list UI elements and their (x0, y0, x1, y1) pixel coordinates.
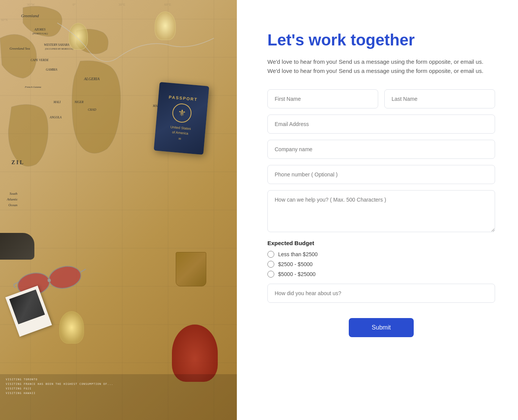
page-description: We'd love to hear from you! Send us a me… (267, 57, 489, 76)
svg-text:ALGERIA: ALGERIA (84, 77, 100, 81)
passport-seal-icon: ⚜ (172, 103, 192, 123)
first-name-input[interactable] (267, 89, 378, 108)
svg-text:South: South (10, 192, 18, 195)
budget-option-3[interactable]: $5000 - $25000 (267, 271, 495, 278)
last-name-input[interactable] (384, 89, 495, 108)
svg-text:GAMBIA: GAMBIA (46, 68, 57, 71)
email-row (267, 115, 495, 134)
how-hear-row (267, 284, 495, 303)
name-row (267, 89, 495, 108)
wine-glass-decoration (172, 325, 218, 382)
svg-text:WESTERN SAHARA: WESTERN SAHARA (44, 43, 70, 47)
submit-row: Submit (267, 318, 495, 337)
company-row (267, 140, 495, 159)
lightbulb-decoration-3 (59, 311, 84, 344)
phone-row (267, 165, 495, 184)
how-hear-input[interactable] (267, 284, 495, 303)
last-name-field (384, 89, 495, 108)
left-panel: 30°W 0° 30°E 60°E 60°N Greenland Greenla… (0, 0, 237, 420)
svg-point-41 (47, 263, 83, 291)
right-panel: Let's work together We'd love to hear fr… (237, 0, 518, 420)
lightbulb-decoration-1 (69, 23, 88, 50)
shoe-decoration (0, 233, 34, 260)
svg-text:ANGOLA: ANGOLA (49, 116, 62, 119)
filmstrip-area: VISITING TORONTO VISITING FRANCE HAS BEE… (0, 374, 237, 420)
svg-text:French Guiana: French Guiana (24, 86, 41, 89)
budget-radio-group: Less than $2500 $2500 - $5000 $5000 - $2… (267, 251, 495, 278)
svg-text:NIGER: NIGER (74, 100, 84, 104)
svg-text:MALI: MALI (53, 100, 61, 104)
svg-text:Z I L: Z I L (11, 160, 23, 165)
message-row (267, 190, 495, 234)
budget-section: Expected Budget Less than $2500 $2500 - … (267, 240, 495, 278)
submit-button[interactable]: Submit (349, 318, 414, 337)
budget-title: Expected Budget (267, 240, 495, 246)
svg-line-43 (80, 269, 86, 272)
budget-label-3: $5000 - $25000 (278, 271, 316, 277)
svg-text:CHAD: CHAD (88, 108, 96, 111)
basket-decoration (176, 252, 206, 286)
budget-radio-2[interactable] (267, 261, 274, 268)
svg-text:(PORTUGAL): (PORTUGAL) (32, 32, 48, 35)
company-input[interactable] (267, 140, 495, 159)
svg-text:CAPE VERDE: CAPE VERDE (31, 58, 49, 62)
passport-decoration: PASSPORT ⚜ United Statesof America ✉ (154, 82, 209, 155)
lightbulb-decoration-2 (155, 11, 176, 40)
budget-radio-1[interactable] (267, 251, 274, 258)
svg-text:AZORES: AZORES (34, 28, 45, 31)
budget-label-2: $2500 - $5000 (278, 261, 312, 267)
budget-option-1[interactable]: Less than $2500 (267, 251, 495, 258)
svg-text:Greenland: Greenland (21, 13, 39, 18)
svg-text:(OCCUPIED BY MOROCCO): (OCCUPIED BY MOROCCO) (45, 48, 73, 50)
email-input[interactable] (267, 115, 495, 134)
message-textarea[interactable] (267, 190, 495, 232)
svg-text:Ocean: Ocean (8, 203, 18, 207)
page-title: Let's work together (267, 31, 495, 50)
phone-input[interactable] (267, 165, 495, 184)
budget-option-2[interactable]: $2500 - $5000 (267, 261, 495, 268)
first-name-field (267, 89, 378, 108)
svg-text:Atlantic: Atlantic (6, 197, 18, 201)
svg-text:Greenland Sea: Greenland Sea (10, 47, 30, 50)
budget-radio-3[interactable] (267, 271, 274, 278)
budget-label-1: Less than $2500 (278, 251, 318, 257)
